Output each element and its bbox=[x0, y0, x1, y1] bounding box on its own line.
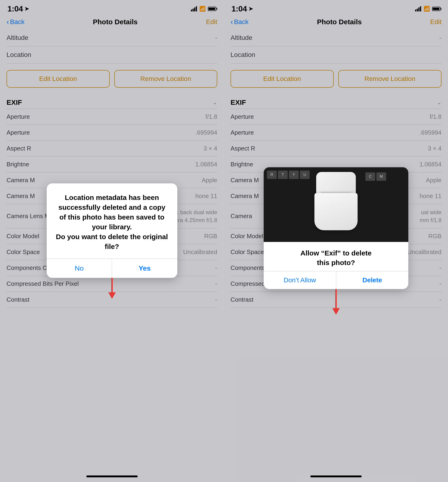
key-m: M bbox=[376, 172, 386, 181]
dialog-yes-button-left[interactable]: Yes bbox=[112, 259, 177, 278]
key-t: T bbox=[278, 171, 288, 179]
key-y: Y bbox=[289, 171, 299, 179]
phone-screen-right: 1:04 ➤ 📶 ‹ Back Photo Details Edit Alt bbox=[224, 0, 448, 482]
dialog-title-right: Allow “Exif” to deletethis photo? bbox=[264, 242, 408, 267]
case-body-right bbox=[314, 193, 358, 230]
arrow-line-left bbox=[111, 278, 113, 292]
arrow-left bbox=[108, 278, 116, 299]
key-c: C bbox=[365, 172, 375, 181]
dialog-body-left: Location metadata has been successfully … bbox=[47, 183, 177, 259]
delete-dialog-left: Location metadata has been successfully … bbox=[47, 183, 177, 278]
photo-preview-right: R T Y U F J C M bbox=[264, 167, 408, 242]
arrow-right bbox=[332, 289, 340, 315]
arrow-head-right bbox=[332, 308, 340, 315]
case-lid-right bbox=[316, 172, 356, 193]
dialog-container-right: R T Y U F J C M bbox=[264, 167, 408, 315]
dialog-buttons-left: No Yes bbox=[47, 259, 177, 278]
dont-allow-button-right[interactable]: Don’t Allow bbox=[264, 271, 336, 289]
key-r: R bbox=[267, 171, 277, 179]
dialog-overlay-left: Location metadata has been successfully … bbox=[0, 0, 224, 482]
dialog-no-button-left[interactable]: No bbox=[47, 259, 112, 278]
arrow-head-left bbox=[108, 292, 116, 299]
photo-delete-dialog-right: R T Y U F J C M bbox=[264, 167, 408, 289]
airpods-case-right bbox=[313, 172, 359, 233]
key-u: U bbox=[300, 171, 310, 179]
dialog-photo-buttons-right: Don’t Allow Delete bbox=[264, 271, 408, 289]
delete-button-right[interactable]: Delete bbox=[336, 271, 408, 289]
arrow-line-right bbox=[335, 289, 337, 308]
phone-screen-left: 1:04 ➤ 📶 ‹ Back Photo Details Edit Alt bbox=[0, 0, 224, 482]
dialog-message-left: Location metadata has been successfully … bbox=[55, 193, 169, 252]
dialog-overlay-right: R T Y U F J C M bbox=[224, 0, 448, 482]
